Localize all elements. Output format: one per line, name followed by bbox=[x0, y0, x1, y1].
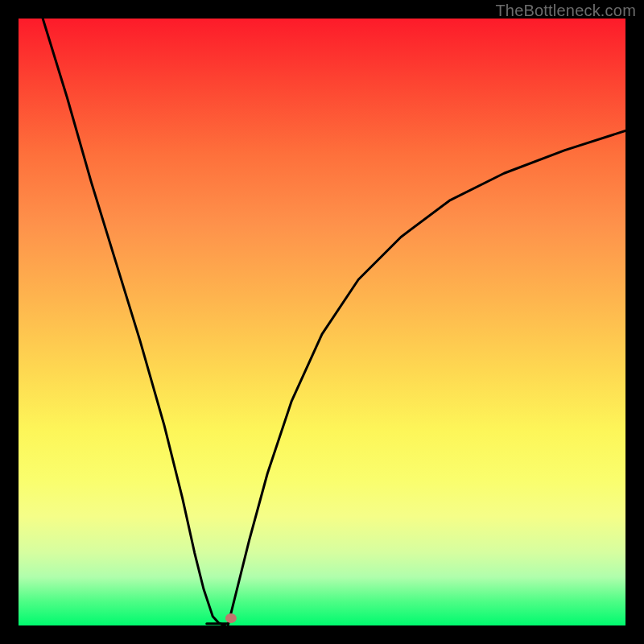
watermark-text: TheBottleneck.com bbox=[495, 2, 636, 20]
plot-area bbox=[19, 19, 625, 625]
